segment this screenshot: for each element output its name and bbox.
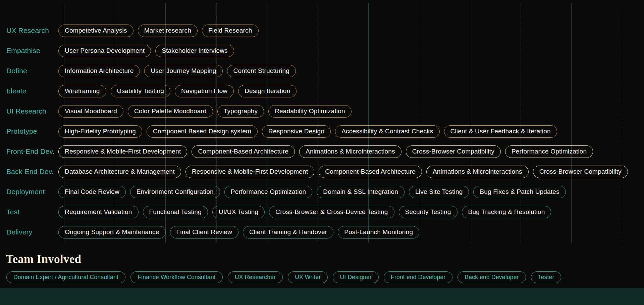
workflow-chip: Bug Fixes & Patch Updates: [473, 186, 566, 198]
workflow-chip: Responsive & Mobile-First Development: [58, 145, 187, 158]
workflow-chip: Readability Optimization: [268, 105, 352, 118]
workflow-chip: Ongoing Support & Maintenance: [58, 226, 166, 238]
workflow-row: UI ResearchVisual MoodboardColor Palette…: [0, 101, 644, 121]
workflow-chip: Cross-Browser & Cross-Device Testing: [269, 206, 394, 218]
chip-group: User Persona DevelopmentStakeholder Inte…: [58, 45, 234, 57]
workflow-chip: Cross-Browser Compatibility: [406, 145, 501, 158]
team-member-chip: Front end Developer: [384, 271, 452, 283]
chip-group: Information ArchitectureUser Journey Map…: [58, 65, 296, 77]
workflow-row: DeliveryOngoing Support & MaintenanceFin…: [0, 222, 644, 242]
workflow-chip: Navigation Flow: [175, 85, 234, 97]
workflow-chip: Competetive Analysis: [58, 25, 133, 37]
workflow-row: Front-End Dev.Responsive & Mobile-First …: [0, 141, 644, 162]
team-row: Domain Expert / Agricultural ConsultantF…: [6, 271, 641, 283]
workflow-chip: Database Architecture & Management: [58, 166, 181, 178]
workflow-chip: High-Fidelity Prototyping: [58, 125, 142, 138]
team-member-chip: Back end Developer: [458, 271, 526, 283]
workflow-chip: Environment Configuration: [130, 186, 220, 198]
workflow-chip: Animations & Microinteractions: [426, 166, 529, 178]
workflow-chip: Design Iteration: [238, 85, 297, 97]
workflow-row: UX ResearchCompetetive AnalysisMarket re…: [0, 20, 644, 41]
workflow-chip: Stakeholder Interviews: [155, 45, 234, 57]
workflow-chip: Field Research: [202, 25, 259, 37]
workflow-chip: Animations & Microinteractions: [299, 145, 401, 158]
workflow-row: DeploymentFinal Code ReviewEnvironment C…: [0, 182, 644, 202]
chip-group: WireframingUsability TestingNavigation F…: [58, 85, 297, 97]
workflow-chip: Performance Optimization: [505, 145, 593, 158]
workflow-row: TestRequirement ValidationFunctional Tes…: [0, 202, 644, 222]
team-member-chip: Domain Expert / Agricultural Consultant: [6, 271, 125, 283]
phase-label: Delivery: [0, 228, 58, 236]
team-member-chip: UX Researcher: [228, 271, 283, 283]
workflow-row: Back-End Dev.Database Architecture & Man…: [0, 162, 644, 182]
workflow-chip: Post-Launch Monitoring: [338, 226, 419, 238]
workflow-chip: Market research: [138, 25, 198, 37]
phase-label: Prototype: [0, 127, 58, 135]
workflow-chip: Component-Based Architecture: [319, 166, 422, 178]
workflow-chip: Wireframing: [58, 85, 106, 97]
workflow-row: EmpathiseUser Persona DevelopmentStakeho…: [0, 41, 644, 61]
workflow-chip: Domain & SSL Integration: [317, 186, 405, 198]
team-member-chip: Finance Workflow Consultant: [130, 271, 223, 283]
workflow-chip: Component-Based Architecture: [192, 145, 295, 158]
workflow-row: DefineInformation ArchitectureUser Journ…: [0, 61, 644, 81]
workflow-chip: Performance Optimization: [224, 186, 312, 198]
workflow-chip: Cross-Browser Compatibility: [533, 166, 628, 178]
chip-group: High-Fidelity PrototypingComponent Based…: [58, 125, 557, 138]
workflow-chip: Client Training & Handover: [243, 226, 333, 238]
workflow-chip: Live Site Testing: [409, 186, 469, 198]
workflow-chip: Accessibility & Contrast Checks: [335, 125, 439, 138]
workflow-chip: Final Client Review: [170, 226, 238, 238]
workflow-chip: Client & User Feedback & Iteration: [444, 125, 557, 138]
workflow-rows: UX ResearchCompetetive AnalysisMarket re…: [0, 20, 644, 242]
chip-group: Database Architecture & ManagementRespon…: [58, 166, 628, 178]
workflow-chip: User Persona Development: [58, 45, 151, 57]
phase-label: Front-End Dev.: [0, 147, 58, 156]
workflow-chip: Responsive & Mobile-First Development: [185, 166, 314, 178]
workflow-chip: Color Palette Moodboard: [128, 105, 213, 118]
workflow-row: IdeateWireframingUsability TestingNaviga…: [0, 81, 644, 101]
phase-label: Deployment: [0, 188, 58, 196]
workflow-chip: Final Code Review: [58, 186, 126, 198]
chip-group: Ongoing Support & MaintenanceFinal Clien…: [58, 226, 419, 238]
phase-label: Define: [0, 67, 58, 75]
phase-label: UI Research: [0, 107, 58, 115]
workflow-chip: Information Architecture: [58, 65, 140, 77]
workflow-board: UX ResearchCompetetive AnalysisMarket re…: [0, 0, 644, 305]
workflow-chip: Functional Testing: [143, 206, 208, 218]
team-member-chip: Tester: [531, 271, 561, 283]
chip-group: Responsive & Mobile-First DevelopmentCom…: [58, 145, 593, 158]
footer-band: [0, 288, 644, 305]
chip-group: Competetive AnalysisMarket researchField…: [58, 25, 259, 37]
workflow-chip: Content Structuring: [227, 65, 296, 77]
workflow-chip: Responsive Design: [262, 125, 331, 138]
phase-label: Back-End Dev.: [0, 168, 58, 176]
phase-label: Test: [0, 208, 58, 216]
phase-label: UX Research: [0, 27, 58, 35]
workflow-chip: Usability Testing: [111, 85, 170, 97]
workflow-chip: Bug Tracking & Resolution: [462, 206, 551, 218]
workflow-chip: Requirement Validation: [58, 206, 139, 218]
workflow-chip: Component Based Design system: [147, 125, 258, 138]
chip-group: Final Code ReviewEnvironment Configurati…: [58, 186, 566, 198]
team-member-chip: UX Writer: [288, 271, 328, 283]
phase-label: Ideate: [0, 87, 58, 95]
workflow-chip: User Journey Mapping: [144, 65, 222, 77]
phase-label: Empathise: [0, 47, 58, 55]
team-member-chip: UI Designer: [333, 271, 379, 283]
chip-group: Requirement ValidationFunctional Testing…: [58, 206, 551, 218]
workflow-row: PrototypeHigh-Fidelity PrototypingCompon…: [0, 121, 644, 141]
workflow-chip: Typography: [217, 105, 264, 118]
workflow-chip: Visual Moodboard: [58, 105, 123, 118]
chip-group: Visual MoodboardColor Palette MoodboardT…: [58, 105, 352, 118]
team-heading: Team Involved: [6, 253, 81, 266]
workflow-chip: Security Testing: [399, 206, 458, 218]
workflow-chip: UI/UX Testing: [212, 206, 265, 218]
